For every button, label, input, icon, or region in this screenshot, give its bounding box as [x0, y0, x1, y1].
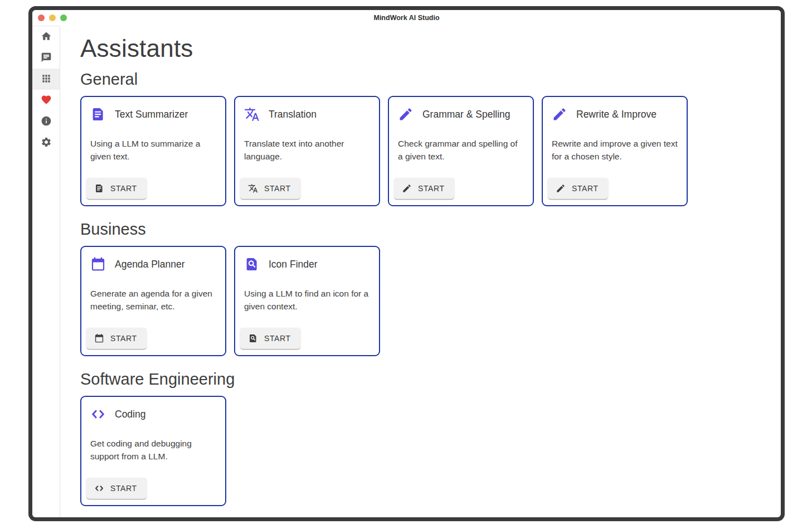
card-actions: START	[543, 173, 687, 205]
card-content: Translation Translate text into another …	[235, 97, 379, 173]
start-button-label: START	[264, 184, 291, 193]
card-content: Coding Get coding and debugging support …	[81, 397, 225, 473]
card-header: Icon Finder	[244, 256, 370, 272]
card-actions: START	[81, 173, 225, 205]
start-button-label: START	[572, 184, 599, 193]
card-header: Translation	[244, 106, 370, 122]
card-description: Generate an agenda for a given meeting, …	[90, 287, 216, 313]
card-row: Coding Get coding and debugging support …	[80, 396, 781, 506]
chat-icon	[41, 52, 52, 65]
start-button-label: START	[264, 334, 291, 343]
card-row: Agenda Planner Generate an agenda for a …	[80, 246, 781, 356]
start-button[interactable]: START	[86, 328, 147, 349]
card-actions: START	[235, 323, 379, 355]
card-title: Grammar & Spelling	[422, 109, 510, 120]
start-button[interactable]: START	[86, 478, 147, 499]
apps-grid-icon	[41, 73, 52, 86]
code-icon	[90, 406, 106, 422]
card-actions: START	[235, 173, 379, 205]
sidebar-item-about[interactable]	[32, 111, 60, 132]
card-content: Rewrite & Improve Rewrite and improve a …	[543, 97, 687, 173]
assistant-section: Business Agenda Planner Generate an agen…	[80, 220, 781, 356]
assistant-card: Translation Translate text into another …	[234, 96, 380, 206]
card-title: Translation	[269, 109, 317, 120]
card-title: Coding	[115, 409, 145, 420]
card-content: Grammar & Spelling Check grammar and spe…	[389, 97, 533, 173]
zoom-button[interactable]	[60, 14, 67, 21]
assistant-card: Text Summarizer Using a LLM to summarize…	[80, 96, 226, 206]
card-description: Rewrite and improve a given text for a c…	[552, 137, 678, 163]
edit-icon	[552, 106, 567, 122]
assistant-card: Rewrite & Improve Rewrite and improve a …	[542, 96, 688, 206]
card-content: Text Summarizer Using a LLM to summarize…	[81, 97, 225, 173]
close-button[interactable]	[38, 14, 45, 21]
sidebar-item-settings[interactable]	[32, 132, 60, 153]
card-description: Check grammar and spelling of a given te…	[398, 137, 524, 163]
edit-icon	[402, 183, 412, 193]
assistant-card: Grammar & Spelling Check grammar and spe…	[388, 96, 534, 206]
start-button[interactable]: START	[394, 178, 454, 199]
section-heading: Software Engineering	[80, 370, 781, 389]
card-header: Coding	[90, 406, 216, 422]
heart-icon	[41, 94, 52, 107]
assistant-card: Icon Finder Using a LLM to find an icon …	[234, 246, 380, 356]
start-button[interactable]: START	[240, 328, 300, 349]
start-button[interactable]: START	[86, 178, 147, 199]
icon-search-icon	[244, 256, 260, 272]
summarize-icon	[90, 106, 106, 122]
translate-icon	[248, 183, 258, 193]
start-button[interactable]: START	[240, 178, 300, 199]
start-button-label: START	[110, 184, 137, 193]
sidebar-item-assistants[interactable]	[32, 69, 60, 90]
card-header: Text Summarizer	[90, 106, 216, 122]
card-actions: START	[81, 323, 225, 355]
edit-icon	[556, 183, 566, 193]
home-icon	[41, 31, 52, 43]
section-heading: General	[80, 70, 781, 89]
page-title: Assistants	[80, 35, 781, 62]
card-title: Icon Finder	[269, 259, 318, 270]
sidebar-item-favorites[interactable]	[32, 90, 60, 111]
card-header: Agenda Planner	[90, 256, 216, 272]
start-button[interactable]: START	[548, 178, 608, 199]
card-header: Rewrite & Improve	[552, 106, 678, 122]
card-row: Text Summarizer Using a LLM to summarize…	[80, 96, 781, 206]
card-actions: START	[81, 473, 225, 505]
card-description: Get coding and debugging support from a …	[90, 437, 216, 463]
window-title: MindWork AI Studio	[373, 14, 439, 22]
minimize-button[interactable]	[49, 14, 56, 21]
app-window: MindWork AI Studio	[28, 6, 785, 521]
code-icon	[94, 483, 104, 493]
main-content: Assistants General Text Summarizer Using…	[60, 26, 781, 517]
card-content: Icon Finder Using a LLM to find an icon …	[235, 247, 379, 323]
start-button-label: START	[110, 484, 137, 493]
gear-icon	[41, 137, 52, 149]
card-title: Agenda Planner	[115, 259, 185, 270]
app-body: Assistants General Text Summarizer Using…	[32, 26, 781, 517]
card-description: Translate text into another language.	[244, 137, 370, 163]
summarize-icon	[94, 183, 104, 193]
sidebar-item-chats[interactable]	[32, 47, 60, 69]
edit-icon	[398, 106, 414, 122]
assistant-card: Agenda Planner Generate an agenda for a …	[80, 246, 226, 356]
traffic-lights	[38, 10, 67, 26]
sections-container: General Text Summarizer Using a LLM to s…	[80, 70, 781, 506]
start-button-label: START	[110, 334, 137, 343]
translate-icon	[244, 106, 260, 122]
info-icon	[41, 115, 52, 128]
titlebar: MindWork AI Studio	[32, 10, 781, 26]
calendar-icon	[90, 256, 106, 272]
card-content: Agenda Planner Generate an agenda for a …	[81, 247, 225, 323]
sidebar	[32, 26, 60, 517]
sidebar-item-home[interactable]	[32, 26, 60, 47]
card-description: Using a LLM to summarize a given text.	[90, 137, 216, 163]
calendar-icon	[94, 333, 104, 343]
assistant-section: Software Engineering Coding Get coding a…	[80, 370, 781, 506]
section-heading: Business	[80, 220, 781, 239]
assistant-card: Coding Get coding and debugging support …	[80, 396, 226, 506]
card-description: Using a LLM to find an icon for a given …	[244, 287, 370, 313]
assistant-section: General Text Summarizer Using a LLM to s…	[80, 70, 781, 206]
card-title: Rewrite & Improve	[576, 109, 657, 120]
card-header: Grammar & Spelling	[398, 106, 524, 122]
icon-search-icon	[248, 333, 258, 343]
